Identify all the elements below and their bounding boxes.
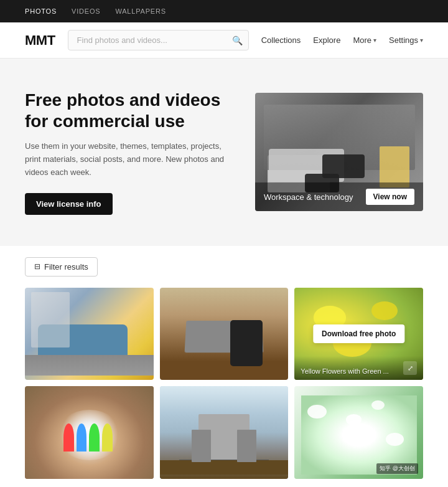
nav-more[interactable]: More ▾ <box>353 35 376 45</box>
hero-image-overlay: Workspace & technology View now <box>255 182 423 211</box>
search-input[interactable] <box>68 30 249 50</box>
photo-overlay: Yellow Flowers with Green ... ⤢ <box>294 356 423 380</box>
header-navigation: Collections Explore More ▾ Settings ▾ <box>261 35 423 45</box>
view-license-button[interactable]: View license info <box>25 193 113 215</box>
hero-view-now-button[interactable]: View now <box>366 189 414 205</box>
hero-featured-image[interactable]: Workspace & technology View now <box>255 93 423 211</box>
filter-icon: ⊟ <box>34 262 40 271</box>
photo-item[interactable] <box>25 386 154 479</box>
photo-title: Yellow Flowers with Green ... <box>301 367 388 375</box>
filter-results-button[interactable]: ⊟ Filter results <box>25 257 98 277</box>
photo-item[interactable]: Download free photo Yellow Flowers with … <box>294 288 423 381</box>
hero-section: Free photos and videos for commercial us… <box>0 59 448 246</box>
watermark: 知乎 @大创创 <box>376 463 418 474</box>
filter-results-label: Filter results <box>44 262 88 272</box>
site-logo: MMT <box>25 32 55 49</box>
nav-settings[interactable]: Settings ▾ <box>389 35 423 45</box>
hero-text: Free photos and videos for commercial us… <box>25 90 236 215</box>
expand-icon[interactable]: ⤢ <box>403 361 417 375</box>
photo-thumbnail <box>25 288 154 381</box>
top-nav-videos[interactable]: VIDEOS <box>72 7 100 15</box>
chevron-down-icon: ▾ <box>420 37 423 44</box>
hero-subtitle: Use them in your website, themes, templa… <box>25 140 236 179</box>
photo-thumbnail <box>160 288 289 381</box>
photo-item[interactable] <box>160 386 289 479</box>
hero-image-label: Workspace & technology <box>264 192 353 202</box>
photo-thumbnail <box>25 386 154 479</box>
photo-item[interactable] <box>160 288 289 381</box>
filter-bar: ⊟ Filter results <box>0 246 448 288</box>
photo-thumbnail <box>160 386 289 479</box>
nav-explore[interactable]: Explore <box>313 35 340 45</box>
main-header: MMT 🔍 Collections Explore More ▾ Setting… <box>0 22 448 59</box>
photo-grid: Download free photo Yellow Flowers with … <box>0 288 448 487</box>
top-navigation: PHOTOS VIDEOS WALLPAPERS <box>0 0 448 22</box>
hero-title: Free photos and videos for commercial us… <box>25 90 236 131</box>
phone-shape <box>230 320 263 366</box>
search-icon[interactable]: 🔍 <box>232 35 243 45</box>
chevron-down-icon: ▾ <box>373 37 376 44</box>
top-nav-photos[interactable]: PHOTOS <box>25 7 57 15</box>
download-photo-button[interactable]: Download free photo <box>313 324 404 343</box>
photo-item[interactable] <box>25 288 154 381</box>
photo-item[interactable]: 知乎 @大创创 <box>294 386 423 479</box>
nav-collections[interactable]: Collections <box>261 35 301 45</box>
top-nav-wallpapers[interactable]: WALLPAPERS <box>115 7 166 15</box>
search-bar: 🔍 <box>68 30 249 50</box>
